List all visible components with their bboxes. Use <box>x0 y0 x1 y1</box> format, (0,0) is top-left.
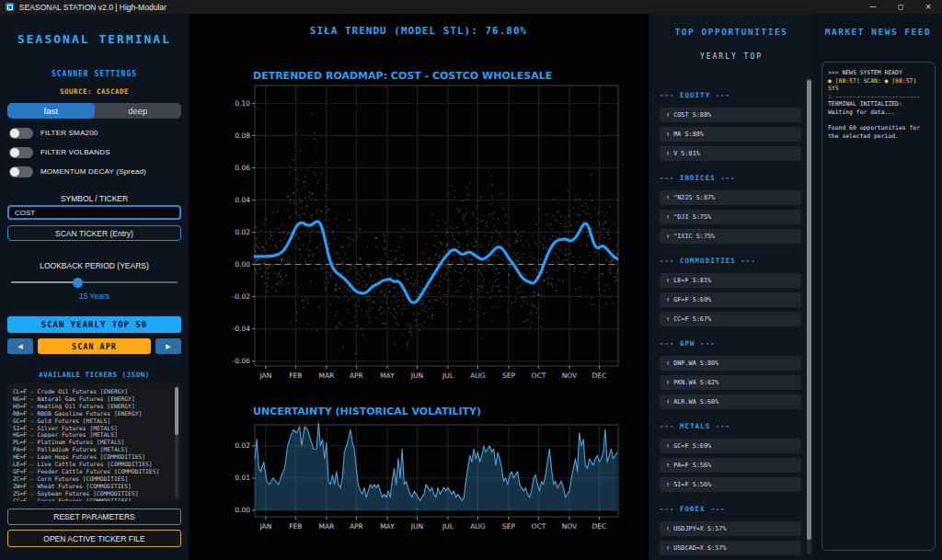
news-panel: MARKET NEWS FEED >>> NEWS SYSTEM READY● … <box>814 14 942 560</box>
detrended-roadmap-chart: 0.100.080.060.040.020.00-0.02-0.04-0.06J… <box>225 84 630 401</box>
opportunity-item[interactable]: ↑ MA S:88% <box>660 127 801 142</box>
toggle-switch[interactable] <box>9 166 33 177</box>
svg-text:DEC: DEC <box>592 522 607 531</box>
toggle-switch[interactable] <box>9 147 33 158</box>
opportunities-panel: TOP OPPORTUNITIES YEARLY TOP --- EQUITY … <box>649 14 814 560</box>
news-feed-box[interactable]: >>> NEWS SYSTEM READY● [08:57] SCAN: ● [… <box>821 62 936 551</box>
source-label: SOURCE: CASCADE <box>0 87 189 96</box>
reset-parameters-button[interactable]: RESET PARAMETERS <box>7 509 181 525</box>
ticker-list-item: GC=F - Gold Futures [METALS] <box>13 417 176 425</box>
scan-ticker-button[interactable]: SCAN TICKER (Entry) <box>7 225 181 241</box>
close-icon[interactable]: ✕ <box>914 0 942 14</box>
svg-text:SEP: SEP <box>502 522 515 531</box>
opportunity-item[interactable]: ↑ ALR.WA S:60% <box>660 394 801 409</box>
news-feed-title: MARKET NEWS FEED <box>814 27 942 37</box>
svg-text:AUG: AUG <box>470 522 486 531</box>
svg-text:FEB: FEB <box>289 522 302 531</box>
opportunity-item[interactable]: ↑ PA=F S:56% <box>660 458 801 473</box>
opportunity-item[interactable]: ↑ SI=F S:56% <box>660 477 801 492</box>
terminal-title: SEASONAL TERMINAL <box>0 32 189 46</box>
symbol-input[interactable] <box>7 205 181 220</box>
opportunity-item[interactable]: ↑ PKN.WA S:62% <box>660 375 801 390</box>
toggle-label: FILTER VOLBANDS <box>40 148 110 156</box>
opportunity-item[interactable]: ↑ DNP.WA S:80% <box>660 356 801 371</box>
svg-text:APR: APR <box>350 522 363 531</box>
opportunity-item[interactable]: ↑ USDCAD=X S:57% <box>660 541 801 555</box>
svg-text:0.00: 0.00 <box>235 506 250 514</box>
maximize-icon[interactable]: ◻ <box>887 0 914 14</box>
lookback-slider[interactable] <box>11 278 178 287</box>
svg-text:MAR: MAR <box>319 371 335 380</box>
ticker-list-item: HG=F - Copper Futures [METALS] <box>13 431 176 439</box>
opportunity-section-header: --- FOREX --- <box>660 505 801 513</box>
mode-segmented-control: fastdeep <box>7 103 181 119</box>
opportunities-subtitle: YEARLY TOP <box>649 52 814 61</box>
opportunity-item[interactable]: ↑ ^N225 S:87% <box>660 190 801 205</box>
opportunity-item[interactable]: ↑ COST S:88% <box>660 108 801 122</box>
trend-strength-header: SIŁA TRENDU (MODEL STL): 76.80% <box>189 25 649 37</box>
ticker-list-item: ZC=F - Corn Futures [COMMODITIES] <box>13 475 176 483</box>
scanner-settings-label: SCANNER SETTINGS <box>0 70 189 78</box>
svg-text:JUN: JUN <box>410 371 423 380</box>
opportunity-item[interactable]: ↑ GF=F S:69% <box>660 292 801 307</box>
svg-text:DEC: DEC <box>592 371 607 380</box>
opportunity-section-header: --- COMMODITIES --- <box>660 257 801 265</box>
opportunity-item[interactable]: ↑ CC=F S:67% <box>660 312 801 326</box>
title-bar: SEASONAL STATION v2.0 | High-Modular — ◻… <box>0 0 942 14</box>
volatility-chart: 0.020.010.00JANFEBMARAPRMAYJUNJULAUGSEPO… <box>225 423 630 538</box>
opportunity-item[interactable]: ↑ ^DJI S:75% <box>660 210 801 224</box>
mode-segment-fast[interactable]: fast <box>7 103 95 119</box>
svg-text:0.04: 0.04 <box>235 196 250 204</box>
slider-knob[interactable] <box>73 278 83 288</box>
toggle-switch[interactable] <box>9 128 33 139</box>
opportunity-item[interactable]: ↑ GC=F S:69% <box>660 439 801 453</box>
svg-text:MAR: MAR <box>319 522 335 531</box>
window-controls: — ◻ ✕ <box>859 0 942 14</box>
minimize-icon[interactable]: — <box>859 0 887 14</box>
svg-text:0.00: 0.00 <box>235 260 250 269</box>
open-ticker-file-button[interactable]: OPEN ACTIVE TICKER FILE <box>7 530 181 547</box>
opportunity-section-header: --- EQUITY --- <box>660 91 801 99</box>
svg-text:JUN: JUN <box>410 522 423 531</box>
svg-text:JUL: JUL <box>442 371 454 380</box>
toggle-row: FILTER VOLBANDS <box>9 143 181 162</box>
toggle-row: MOMENTUM DECAY (Spread) <box>9 162 181 181</box>
svg-text:SEP: SEP <box>502 371 515 380</box>
ticker-list-item: CC=F - Cocoa Futures [COMMODITIES] <box>13 497 176 501</box>
mode-segment-deep[interactable]: deep <box>95 103 182 119</box>
opportunities-list[interactable]: --- EQUITY ---↑ COST S:88%↑ MA S:88%↑ V … <box>660 78 801 560</box>
opportunity-item[interactable]: ↑ LE=F S:81% <box>660 273 801 288</box>
svg-text:MAY: MAY <box>380 371 395 380</box>
opportunity-section-header: --- GPW --- <box>660 339 801 348</box>
svg-text:AUG: AUG <box>470 371 486 380</box>
opportunity-item[interactable]: ↑ V S:81% <box>660 146 801 161</box>
svg-text:-0.02: -0.02 <box>233 292 251 301</box>
lookback-period-label: LOOKBACK PERIOD (YEARS) <box>0 261 189 270</box>
app-icon <box>6 3 14 11</box>
opportunity-item[interactable]: ↑ USDJPY=X S:57% <box>660 521 801 536</box>
ticker-list-item: NG=F - Natural Gas Futures [ENERGY] <box>13 395 176 403</box>
svg-text:0.08: 0.08 <box>235 131 250 140</box>
svg-text:0.02: 0.02 <box>235 441 250 450</box>
symbol-ticker-label: SYMBOL / TICKER <box>0 194 189 203</box>
ticker-list-item: CL=F - Crude Oil Futures [ENERGY] <box>13 388 176 395</box>
chart-area: SIŁA TRENDU (MODEL STL): 76.80% DETRENDE… <box>189 14 649 560</box>
news-line: >>> NEWS SYSTEM READY <box>828 69 929 77</box>
prev-month-button[interactable]: ◀ <box>7 338 33 354</box>
ticker-list-item: GF=F - Feeder Cattle Futures [COMMODITIE… <box>13 468 176 475</box>
news-line <box>828 117 929 125</box>
opportunities-scrollbar-thumb[interactable] <box>807 80 811 540</box>
svg-text:0.01: 0.01 <box>235 474 250 482</box>
opportunity-item[interactable]: ↑ ^IXIC S:75% <box>660 229 801 244</box>
opportunity-section-header: --- INDICES --- <box>660 174 801 182</box>
next-month-button[interactable]: ▶ <box>155 338 181 354</box>
scan-yearly-top-button[interactable]: SCAN YEARLY TOP 50 <box>7 316 181 333</box>
ticker-list[interactable]: CL=F - Crude Oil Futures [ENERGY]NG=F - … <box>7 383 181 501</box>
ticker-scrollbar-thumb[interactable] <box>175 387 178 435</box>
news-line: ● [08:57] SCAN: ● [08:57] SYS <box>828 77 929 93</box>
filter-toggles: FILTER SMA200FILTER VOLBANDSMOMENTUM DEC… <box>9 123 181 181</box>
slider-track <box>77 281 178 283</box>
svg-text:JUL: JUL <box>442 522 454 531</box>
news-line: TERMINAL INITIALIZED: Waiting for data..… <box>828 100 929 116</box>
scan-month-button[interactable]: SCAN APR <box>38 338 151 354</box>
